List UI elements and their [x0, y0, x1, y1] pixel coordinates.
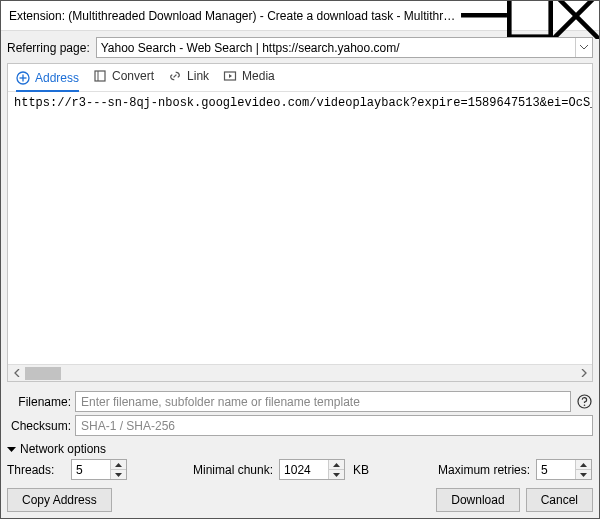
maxretry-spinner[interactable]: [536, 459, 592, 480]
threads-down-button[interactable]: [111, 470, 126, 479]
minchunk-input[interactable]: [280, 460, 328, 479]
referring-page-combo[interactable]: [96, 37, 593, 58]
caret-down-icon: [7, 445, 16, 454]
svg-rect-1: [509, 0, 550, 36]
filename-help-button[interactable]: [575, 393, 593, 411]
maxretry-input[interactable]: [537, 460, 575, 479]
referring-page-label: Referring page:: [7, 41, 92, 55]
caret-down-icon: [115, 473, 122, 477]
close-icon: [553, 0, 599, 39]
minimize-button[interactable]: [461, 1, 507, 31]
media-icon: [223, 69, 237, 83]
tab-convert[interactable]: Convert: [93, 69, 154, 87]
maxretry-label: Maximum retries:: [438, 463, 530, 477]
horizontal-scrollbar[interactable]: [8, 364, 592, 381]
filename-label: Filename:: [7, 395, 71, 409]
svg-rect-7: [95, 71, 105, 81]
checksum-input[interactable]: [75, 415, 593, 436]
minimize-icon: [461, 13, 507, 18]
maximize-icon: [507, 0, 553, 39]
referring-page-dropdown-button[interactable]: [575, 38, 592, 57]
caret-up-icon: [580, 463, 587, 467]
maxretry-up-button[interactable]: [576, 460, 591, 470]
link-icon: [168, 69, 182, 83]
tab-bar: Address Convert Link Media: [8, 64, 592, 92]
tab-address[interactable]: Address: [16, 69, 79, 92]
scroll-thumb[interactable]: [25, 367, 61, 380]
minchunk-up-button[interactable]: [329, 460, 344, 470]
tab-address-label: Address: [35, 71, 79, 85]
maxretry-down-button[interactable]: [576, 470, 591, 479]
scroll-track[interactable]: [25, 365, 575, 381]
tab-link[interactable]: Link: [168, 69, 209, 87]
copy-address-button[interactable]: Copy Address: [7, 488, 112, 512]
caret-up-icon: [333, 463, 340, 467]
chevron-right-icon: [581, 369, 587, 377]
convert-icon: [93, 69, 107, 83]
threads-up-button[interactable]: [111, 460, 126, 470]
scroll-right-button[interactable]: [575, 365, 592, 381]
minchunk-unit: KB: [353, 463, 369, 477]
main-panel: Address Convert Link Media: [7, 63, 593, 382]
maximize-button[interactable]: [507, 1, 553, 31]
filename-input[interactable]: [75, 391, 571, 412]
referring-page-input[interactable]: [97, 38, 575, 57]
minchunk-label: Minimal chunk:: [193, 463, 273, 477]
cancel-button[interactable]: Cancel: [526, 488, 593, 512]
network-options-toggle[interactable]: Network options: [7, 442, 593, 456]
url-textarea[interactable]: [8, 92, 592, 364]
download-button[interactable]: Download: [436, 488, 519, 512]
window-title: Extension: (Multithreaded Download Manag…: [9, 9, 461, 23]
tab-convert-label: Convert: [112, 69, 154, 83]
threads-spinner[interactable]: [71, 459, 127, 480]
tab-media[interactable]: Media: [223, 69, 275, 87]
checksum-label: Checksum:: [7, 419, 71, 433]
minchunk-spinner[interactable]: [279, 459, 345, 480]
minchunk-down-button[interactable]: [329, 470, 344, 479]
help-icon: [577, 394, 592, 409]
tab-media-label: Media: [242, 69, 275, 83]
plus-circle-icon: [16, 71, 30, 85]
chevron-left-icon: [14, 369, 20, 377]
tab-link-label: Link: [187, 69, 209, 83]
threads-input[interactable]: [72, 460, 110, 479]
close-button[interactable]: [553, 1, 599, 31]
caret-down-icon: [333, 473, 340, 477]
threads-label: Threads:: [7, 463, 65, 477]
chevron-down-icon: [580, 45, 588, 50]
caret-up-icon: [115, 463, 122, 467]
network-options-label: Network options: [20, 442, 106, 456]
window-controls: [461, 1, 599, 31]
window-titlebar: Extension: (Multithreaded Download Manag…: [1, 1, 599, 31]
svg-point-11: [583, 404, 585, 406]
caret-down-icon: [580, 473, 587, 477]
scroll-left-button[interactable]: [8, 365, 25, 381]
